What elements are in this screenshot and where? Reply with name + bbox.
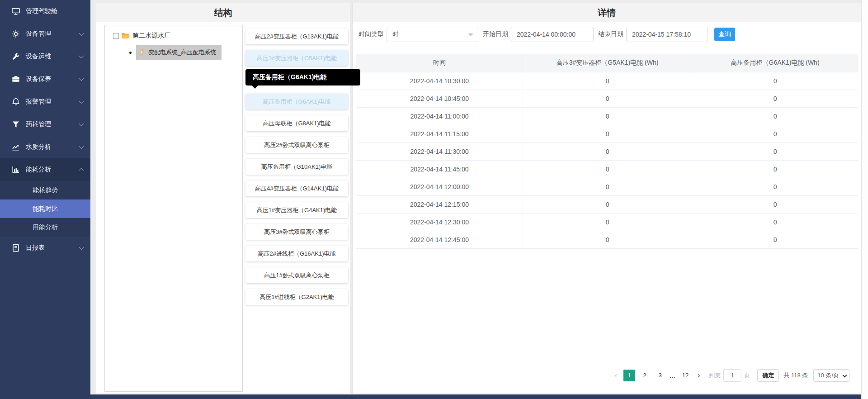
sidebar-item-label: 报警管理 — [26, 98, 51, 106]
sidebar-item-label: 设备管理 — [26, 30, 51, 38]
page-button-1[interactable]: 1 — [623, 370, 635, 381]
chevron-down-icon — [79, 76, 84, 81]
device-button-5[interactable]: 高压2#卧式双吸离心泵柜 — [245, 137, 348, 153]
sidebar-subitem-7-1[interactable]: 能耗对比 — [0, 200, 90, 218]
sidebar-item-0[interactable]: 管理驾驶舱 — [0, 0, 90, 23]
device-button-6[interactable]: 高压备用柜（G10AK1)电能 — [245, 159, 348, 175]
page-ellipsis: ... — [670, 372, 676, 379]
table-row: 2022-04-14 12:00:0000 — [356, 178, 858, 195]
document-icon — [12, 244, 20, 252]
device-button-10[interactable]: 高压2#进线柜（G16AK1)电能 — [245, 246, 348, 261]
chevron-down-icon — [79, 144, 84, 149]
sidebar-item-label: 管理驾驶舱 — [26, 7, 57, 15]
table-cell: 0 — [692, 107, 858, 125]
table-cell: 2022-04-14 12:00:00 — [356, 178, 523, 195]
detail-panel: 详情 时间类型 时 开始日期 2022-04-14 00:00:00 结束日期 … — [352, 3, 861, 394]
prev-page-button[interactable]: ‹ — [615, 371, 617, 380]
device-button-11[interactable]: 高压1#卧式双吸离心泵柜 — [245, 267, 348, 283]
caret-down-icon — [468, 33, 473, 39]
tree-root-label[interactable]: 第二水源水厂 — [132, 32, 170, 40]
page-size-select[interactable]: 10 条/页 — [813, 369, 849, 382]
monitor-icon — [12, 7, 20, 15]
table-row: 2022-04-14 12:15:0000 — [356, 195, 858, 213]
sidebar-item-1[interactable]: 设备管理 — [0, 23, 90, 45]
page-button-3[interactable]: 3 — [654, 370, 666, 381]
table-cell: 2022-04-14 11:45:00 — [356, 160, 523, 178]
page-button-12[interactable]: 12 — [679, 370, 691, 381]
sidebar-item-6[interactable]: 水质分析 — [0, 136, 90, 158]
time-type-select[interactable]: 时 — [387, 27, 478, 42]
sidebar-item-label: 药耗管理 — [26, 120, 51, 128]
table-row: 2022-04-14 12:45:0000 — [356, 231, 858, 248]
next-page-button[interactable]: › — [698, 371, 700, 380]
filter-icon — [12, 120, 20, 128]
device-tooltip-text: 高压备用柜（G6AK1)电能 — [253, 73, 326, 81]
device-button-8[interactable]: 高压1#变压器柜（G4AK1)电能 — [245, 202, 348, 218]
device-button-3[interactable]: 高压备用柜（G6AK1)电能 — [245, 94, 348, 109]
confirm-button[interactable]: 确定 — [757, 369, 779, 382]
sidebar-nav: 管理驾驶舱设备管理设备运维设备保养报警管理药耗管理水质分析能耗分析能耗趋势能耗对… — [0, 0, 90, 259]
tree-row-root: − 第二水源水厂 — [113, 32, 239, 40]
goto-page-input[interactable]: 1 — [723, 369, 741, 382]
sidebar-item-7[interactable]: 能耗分析 — [0, 158, 90, 181]
sidebar-subitem-7-0[interactable]: 能耗趋势 — [0, 181, 90, 200]
page-button-2[interactable]: 2 — [639, 370, 651, 381]
table-cell: 2022-04-14 11:00:00 — [356, 107, 523, 125]
table-row: 2022-04-14 10:30:0000 — [356, 72, 858, 90]
table-header-cell: 高压备用柜（G6AK1)电能 (Wh) — [692, 54, 858, 72]
structure-panel: 结构 − 第二水源水厂 变配电系统_高压配电系统 — [96, 3, 350, 394]
device-button-4[interactable]: 高压母联柜（G8AK1)电能 — [245, 115, 348, 131]
start-date-label: 开始日期 — [483, 30, 508, 38]
table-cell: 2022-04-14 10:30:00 — [356, 72, 523, 90]
chevron-up-icon — [79, 168, 84, 173]
device-button-7[interactable]: 高压4#变压器柜（G14AK1)电能 — [245, 180, 348, 196]
table-row: 2022-04-14 11:45:0000 — [356, 160, 858, 178]
sidebar-item-3[interactable]: 设备保养 — [0, 68, 90, 90]
chevron-down-icon — [79, 245, 84, 250]
table-cell: 0 — [692, 195, 858, 213]
content-area: 结构 − 第二水源水厂 变配电系统_高压配电系统 — [90, 0, 861, 394]
table-cell: 0 — [692, 231, 858, 248]
sidebar-item-label: 设备运维 — [26, 52, 51, 61]
sidebar-item-4[interactable]: 报警管理 — [0, 90, 90, 113]
start-date-value: 2022-04-14 00:00:00 — [517, 31, 576, 38]
gear-icon — [12, 30, 20, 38]
table-cell: 0 — [692, 213, 858, 231]
table-cell: 0 — [523, 125, 692, 142]
detail-panel-title: 详情 — [353, 3, 861, 22]
device-button-9[interactable]: 高压3#卧式双吸离心泵柜 — [245, 224, 348, 240]
sidebar-subitem-7-2[interactable]: 用能分析 — [0, 218, 90, 237]
chevron-down-icon — [79, 121, 84, 126]
query-button[interactable]: 查询 — [714, 28, 735, 41]
bar-chart-icon — [12, 166, 20, 174]
sidebar-item-5[interactable]: 药耗管理 — [0, 113, 90, 136]
page-number-list: 123...12 — [623, 370, 695, 381]
tree-node-selected[interactable]: 变配电系统_高压配电系统 — [136, 45, 222, 60]
device-button-12[interactable]: 高压1#进线柜（G2AK1)电能 — [245, 289, 348, 305]
table-header-cell: 高压3#变压器柜（G5AK1)电能 (Wh) — [523, 54, 692, 72]
page-size-value: 10 条/页 — [817, 371, 839, 380]
scrollbar-track[interactable] — [861, 0, 868, 399]
table-cell: 0 — [523, 72, 692, 90]
sidebar: 管理驾驶舱设备管理设备运维设备保养报警管理药耗管理水质分析能耗分析能耗趋势能耗对… — [0, 0, 90, 399]
sidebar-item-8[interactable]: 日报表 — [0, 237, 90, 259]
table-cell: 0 — [523, 213, 692, 231]
end-date-input[interactable]: 2022-04-15 17:58:10 — [626, 27, 708, 42]
table-cell: 2022-04-14 11:15:00 — [356, 125, 523, 142]
folder-icon — [122, 33, 130, 39]
table-cell: 0 — [692, 142, 858, 160]
sidebar-item-label: 设备保养 — [26, 75, 51, 83]
table-row: 2022-04-14 11:00:0000 — [356, 107, 858, 125]
tree-collapse-toggle[interactable]: − — [113, 33, 119, 39]
chevron-down-icon — [79, 31, 84, 36]
table-row: 2022-04-14 10:45:0000 — [356, 90, 858, 107]
start-date-input[interactable]: 2022-04-14 00:00:00 — [511, 27, 594, 42]
end-date-label: 结束日期 — [598, 30, 623, 38]
device-button-0[interactable]: 高压2#变压器柜（G13AK1)电能 — [245, 28, 348, 44]
table-row: 2022-04-14 11:15:0000 — [356, 125, 858, 142]
table-cell: 0 — [692, 90, 858, 107]
data-table: 时间高压3#变压器柜（G5AK1)电能 (Wh)高压备用柜（G6AK1)电能 (… — [356, 54, 858, 249]
sidebar-item-2[interactable]: 设备运维 — [0, 45, 90, 68]
table-body: 2022-04-14 10:30:00002022-04-14 10:45:00… — [356, 72, 858, 248]
device-button-1[interactable]: 高压3#变压器柜（G5AK1)电能 — [245, 50, 348, 66]
